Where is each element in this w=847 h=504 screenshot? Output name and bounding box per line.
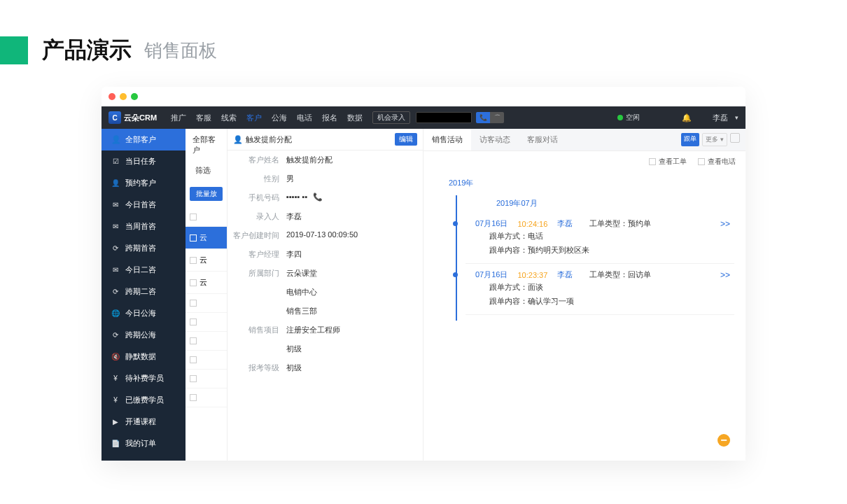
opportunity-entry-button[interactable]: 机会录入 bbox=[372, 111, 410, 124]
activity-tab[interactable]: 客服对话 bbox=[519, 129, 566, 150]
app-body: 👤 全部客户 ☑当日任务👤预约客户✉今日首咨✉当周首咨⟳跨期首咨✉今日二咨⟳跨期… bbox=[102, 129, 746, 461]
sidebar-item[interactable]: ☑当日任务 bbox=[102, 150, 186, 172]
topnav-item[interactable]: 线索 bbox=[221, 113, 237, 123]
sidebar-item[interactable]: 🔇静默数据 bbox=[102, 346, 186, 368]
checkbox-icon[interactable] bbox=[190, 257, 197, 264]
timeline-method: 跟单方式：面谈 bbox=[475, 281, 730, 294]
detail-value: 电销中心 bbox=[286, 287, 417, 298]
edit-button[interactable]: 编辑 bbox=[395, 133, 417, 146]
sidebar-item-label: 当日任务 bbox=[125, 156, 156, 167]
checkbox-icon[interactable] bbox=[190, 214, 197, 220]
activity-tab[interactable]: 销售活动 bbox=[424, 129, 471, 150]
batch-button[interactable]: 批量放 bbox=[190, 187, 223, 201]
layout-icon[interactable] bbox=[730, 133, 740, 143]
timeline-card: 07月16日10:24:16李磊工单类型：预约单>>跟单方式：电话跟单内容：预约… bbox=[465, 213, 734, 264]
list-item[interactable] bbox=[186, 294, 227, 313]
more-button[interactable]: 更多 ▾ bbox=[702, 133, 727, 146]
sidebar-item[interactable]: ⟳跨期二咨 bbox=[102, 281, 186, 302]
sidebar-item[interactable]: ✉今日二咨 bbox=[102, 259, 186, 281]
bell-icon[interactable]: 🔔 bbox=[682, 113, 692, 122]
detail-label bbox=[233, 306, 286, 316]
detail-value: 注册安全工程师 bbox=[286, 325, 417, 335]
checkbox-icon[interactable] bbox=[190, 234, 197, 241]
checkbox-icon[interactable] bbox=[698, 158, 705, 165]
detail-label: 性别 bbox=[233, 174, 286, 184]
checkbox-icon[interactable] bbox=[190, 356, 197, 363]
activity-tab[interactable]: 访客动态 bbox=[471, 129, 519, 150]
expand-button[interactable]: >> bbox=[720, 219, 730, 229]
sidebar-item[interactable]: ▶开通课程 bbox=[102, 411, 186, 433]
cloud-icon: C bbox=[108, 111, 121, 124]
brand-name: 云朵CRM bbox=[124, 113, 157, 123]
phone-icon[interactable]: 📞 bbox=[313, 192, 323, 201]
sidebar-item[interactable]: ✉当周首咨 bbox=[102, 216, 186, 237]
detail-row: 销售三部 bbox=[227, 302, 423, 321]
detail-title-text: 触发提前分配 bbox=[246, 134, 292, 145]
search-input[interactable] bbox=[416, 112, 472, 123]
track-badge[interactable]: 跟单 bbox=[681, 133, 699, 146]
list-item[interactable]: 云 bbox=[186, 249, 227, 272]
checkbox-icon[interactable] bbox=[190, 279, 197, 286]
topnav-item[interactable]: 公海 bbox=[272, 113, 287, 123]
sidebar-item[interactable]: ⟳跨期公海 bbox=[102, 324, 186, 346]
timeline-month: 2019年07月 bbox=[465, 195, 734, 213]
expand-button[interactable]: >> bbox=[720, 270, 730, 280]
close-icon[interactable] bbox=[108, 93, 115, 100]
topnav-item[interactable]: 推广 bbox=[171, 113, 186, 123]
sidebar-item-label: 我的订单 bbox=[125, 438, 156, 449]
checkbox-icon[interactable] bbox=[190, 318, 197, 326]
checkbox-icon[interactable] bbox=[190, 394, 197, 401]
help-fab[interactable]: − bbox=[718, 434, 730, 447]
checkbox-icon[interactable] bbox=[190, 337, 197, 344]
list-item[interactable]: 云 bbox=[186, 227, 227, 249]
list-item[interactable] bbox=[186, 351, 227, 370]
zoom-icon[interactable] bbox=[131, 93, 138, 100]
checkbox-icon[interactable] bbox=[190, 300, 197, 307]
sidebar-header[interactable]: 👤 全部客户 bbox=[102, 129, 186, 150]
sidebar-item[interactable]: ¥待补费学员 bbox=[102, 368, 186, 389]
person-icon: 👤 bbox=[233, 135, 243, 144]
detail-header: 👤 触发提前分配 编辑 bbox=[227, 129, 423, 150]
hangup-button[interactable]: ⌒ bbox=[490, 112, 504, 123]
sidebar-item-icon: ¥ bbox=[111, 374, 120, 382]
list-item[interactable] bbox=[186, 388, 227, 407]
accent-block bbox=[0, 36, 28, 64]
sidebar-header-label: 全部客户 bbox=[125, 134, 156, 145]
detail-row: 客户经理李四 bbox=[227, 245, 423, 264]
filter-label[interactable]: 筛选 bbox=[186, 158, 227, 180]
filter-view-tickets[interactable]: 查看工单 bbox=[649, 157, 687, 167]
timeline-dot-icon bbox=[453, 221, 458, 226]
topnav-item[interactable]: 电话 bbox=[297, 113, 312, 123]
filter-view-calls[interactable]: 查看电话 bbox=[698, 157, 736, 167]
detail-row: 客户创建时间2019-07-13 00:09:50 bbox=[227, 226, 423, 245]
sidebar-item[interactable]: 👤预约客户 bbox=[102, 172, 186, 194]
list-item[interactable]: 云 bbox=[186, 272, 227, 294]
detail-label: 所属部门 bbox=[233, 268, 286, 279]
timeline-card: 07月16日10:23:37李磊工单类型：回访单>>跟单方式：面谈跟单内容：确认… bbox=[465, 264, 734, 315]
sidebar-item[interactable]: ⟳跨期首咨 bbox=[102, 237, 186, 259]
topnav-item[interactable]: 报名 bbox=[322, 113, 337, 123]
list-item[interactable] bbox=[186, 370, 227, 388]
minimize-icon[interactable] bbox=[120, 93, 127, 100]
checkbox-icon[interactable] bbox=[649, 158, 656, 165]
status-dot-icon bbox=[617, 115, 623, 120]
activity-filters: 查看工单 查看电话 bbox=[424, 151, 746, 172]
timeline-method: 跟单方式：电话 bbox=[475, 230, 730, 243]
topnav-item[interactable]: 客服 bbox=[196, 113, 211, 123]
topnav-item[interactable]: 数据 bbox=[347, 113, 363, 123]
topnav-item[interactable]: 客户 bbox=[246, 113, 262, 123]
detail-label bbox=[233, 344, 286, 354]
checkbox-icon[interactable] bbox=[190, 375, 197, 382]
sidebar-item-label: 待补费学员 bbox=[125, 373, 164, 384]
sidebar-item[interactable]: 🌐今日公海 bbox=[102, 302, 186, 324]
sidebar-item[interactable]: ✉今日首咨 bbox=[102, 194, 186, 216]
list-item[interactable] bbox=[186, 313, 227, 332]
customer-list-column: 全部客户 筛选 批量放 云云云 bbox=[186, 129, 227, 461]
user-menu[interactable]: 李磊 bbox=[713, 113, 728, 123]
sidebar-item[interactable]: ¥已缴费学员 bbox=[102, 389, 186, 411]
call-button[interactable]: 📞 bbox=[476, 112, 490, 123]
list-item[interactable] bbox=[186, 208, 227, 227]
sidebar-item[interactable]: 📄我的订单 bbox=[102, 433, 186, 454]
page-header: 产品演示 销售面板 bbox=[0, 0, 847, 87]
list-item[interactable] bbox=[186, 332, 227, 351]
